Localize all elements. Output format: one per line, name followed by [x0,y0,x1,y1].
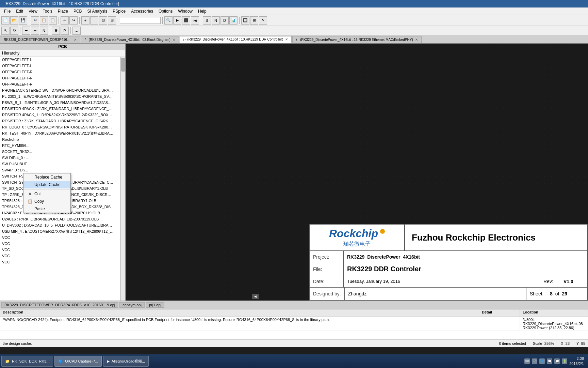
menu-window[interactable]: Window [175,8,195,14]
hier-item-2[interactable]: OFFPAGELEFT-R [0,69,116,75]
zoom-out-btn[interactable]: - [90,16,98,25]
taskbar-btn-0-label: RK_SDK_BOX_RK3... [12,359,49,363]
prop-btn[interactable]: ≡ [72,27,81,35]
nav-arrow[interactable]: ◀ [252,294,259,299]
tab-3-close[interactable]: ✕ [415,38,418,42]
hier-item-3[interactable]: OFFPAGELEFT-R [0,75,116,81]
rotate-btn[interactable]: ↻ [10,27,18,35]
new-btn[interactable]: 📄 [1,16,10,25]
snap-btn[interactable]: 🔲 [241,16,249,25]
ctx-update-cache[interactable]: Update Cache [23,181,70,188]
scrollbar-thumb[interactable] [121,58,125,72]
output-location-0: /U800L : RK3229_DiscretePower_4X16bit-08… [520,317,588,330]
hier-item-7[interactable]: PSW3_B_1 : E:\INTEL\SOFIA_3G-R\MAINBOARD… [0,99,116,106]
filter-input[interactable] [120,17,161,24]
taskbar-btn-1[interactable]: 🔷 OrCAD Capture-[/... [54,356,102,367]
taskbar-btn-2[interactable]: ▶ Allegro/Orcad视频... [103,356,149,367]
tab-2[interactable]: / - (RK3229_DiscretePower_4X16bit : 10.R… [180,36,292,43]
hier-item-14[interactable]: RTC_HYM856... [0,142,116,149]
menu-options[interactable]: Options [156,8,175,14]
hier-item-17[interactable]: SW PUSHBUT... [0,161,116,167]
menu-si-analysis[interactable]: SI Analysis [85,8,110,14]
wire-btn[interactable]: ━ [22,27,30,35]
tab-3-label: / - (RK3229_DiscretePower_4X16bit : 16.R… [296,38,413,42]
find-btn[interactable]: 🔍 [164,16,173,25]
hier-item-12[interactable]: RK_TEST_40PIN : D:\RK3288\POWER\RK818\V2… [0,130,116,136]
tab-0-close[interactable]: ✕ [74,38,77,42]
ctx-replace-cache[interactable]: Replace Cache [23,173,70,181]
ctx-cut[interactable]: ✕ Cut [23,190,70,198]
hier-item-18[interactable]: SW4P_0 : D:\... [0,167,116,173]
menu-file[interactable]: File [1,8,13,14]
hier-item-26[interactable]: U24C16 : F:\RK_LIBRARIES\ORCAD_LIB-20070… [0,216,116,222]
hier-item-29[interactable]: VCC [0,234,116,241]
menu-pcb[interactable]: PCB [71,8,85,14]
cursor-btn[interactable]: ↖ [259,16,267,25]
ctx-copy[interactable]: 📋 Copy [23,198,70,205]
zoom-all-btn[interactable]: ⊞ [108,16,116,25]
hier-item-4[interactable]: OFFPAGELEFT-R [0,81,116,87]
drc-btn[interactable]: D [220,16,229,25]
hier-item-31[interactable]: VCC [0,247,116,253]
hier-item-5[interactable]: PHONEJACK STEREO SW : D:\WORK\HCH\ORCADL… [0,87,116,93]
hier-item-32[interactable]: VCC [0,253,116,259]
hier-item-16[interactable]: SW DIP-4_0 : ... [0,155,116,161]
netlist-btn[interactable]: N [212,16,220,25]
hier-item-10[interactable]: RESISTOR : Z:\RK_STANDARD_LIBRARY\CADENC… [0,118,116,124]
date-label: Date: [310,275,344,287]
menu-place[interactable]: Place [55,8,71,14]
hier-item-28[interactable]: USB MIN_4 : E:\CUSTOMER\27XX\蓝魔\T12\T12_… [0,228,116,234]
select-btn[interactable]: ↖ [1,27,10,35]
tab-2-close[interactable]: ✕ [285,37,288,41]
bom-btn[interactable]: 📊 [229,16,238,25]
left-scrollbar[interactable] [120,57,125,301]
output-content[interactable]: *WARNING(ORCAD-2424): Footprint 'RG4316_… [0,317,588,339]
grid-btn[interactable]: ⊞ [250,16,258,25]
menu-view[interactable]: View [26,8,40,14]
menu-tools[interactable]: Tools [40,8,55,14]
redo-btn[interactable]: ↪ [69,16,78,25]
btab-1[interactable]: capsym.opj [119,302,145,308]
undo-btn[interactable]: ↩ [61,16,69,25]
ctx-paste[interactable]: Paste [23,205,70,213]
hier-item-13[interactable]: Rockchip [0,136,116,142]
stop-btn[interactable]: ⬛ [182,16,190,25]
hier-item-30[interactable]: VCC [0,241,116,247]
hier-item-33[interactable]: VCC [0,259,116,265]
tab-1-close[interactable]: ✕ [173,38,175,42]
taskbar-btn-0[interactable]: 📁 RK_SDK_BOX_RK3... [1,356,53,367]
paste-btn[interactable]: 📋 [49,16,57,25]
hier-item-1[interactable]: OFFPAGELEFT-L [0,63,116,69]
hier-item-11[interactable]: RK_LOGO_0 : C:\USERS\ADMINISTRATOR\DESKT… [0,124,116,130]
menu-edit[interactable]: Edit [13,8,26,14]
hier-item-15[interactable]: SOCKET_RK32... [0,149,116,155]
cut-btn[interactable]: ✂ [31,16,39,25]
save-btn[interactable]: 💾 [19,16,27,25]
tab-0[interactable]: RK3229_DISCRETEPOWER_DDR3P416DD6_V10_201… [0,36,80,43]
step-btn[interactable]: ⏭ [191,16,199,25]
bus-btn[interactable]: ═ [31,27,39,35]
power-btn[interactable]: P [61,27,69,35]
net-btn[interactable]: N [40,27,48,35]
zoom-fit-btn[interactable]: ⊡ [99,16,107,25]
hier-item-8[interactable]: RESISTOR 4PACK : Z:\RK_STANDARD_LIBRARY\… [0,106,116,112]
menu-help[interactable]: Help [195,8,209,14]
hier-item-9[interactable]: RESISTOR 4PACK_1 : D:\RK32XX\RK3229\V1.2… [0,112,116,118]
menu-accessories[interactable]: Accessories [128,8,156,14]
zoom-in-btn[interactable]: + [81,16,89,25]
place-part-btn[interactable]: ⊕ [52,27,60,35]
copy-btn[interactable]: 📋 [40,16,48,25]
run-btn[interactable]: ▶ [173,16,181,25]
menu-pspice[interactable]: PSpice [110,8,128,14]
tab-3[interactable]: / - (RK3229_DiscretePower_4X16bit : 16.R… [292,36,422,43]
hier-item-0[interactable]: OFFPAGELEFT-L [0,57,116,63]
tab-1[interactable]: / - (RK3229_DiscretePower_4X16bit : 03.B… [81,36,179,43]
rev-label: Rev: [540,275,560,287]
board-btn[interactable]: B [203,16,211,25]
canvas-area[interactable]: Rockchip 瑞芯微电子 Fuzhou Rockchip Electroni… [126,44,588,301]
btab-2[interactable]: prj1.opj [146,302,164,308]
hier-item-27[interactable]: U_DRV602 : D:\ORCAD_10_5_FULL\TOOLS\CAPT… [0,222,116,228]
btab-0[interactable]: RK3229_DISCRETEPOWER_DDR3P416DD6_V10_201… [1,302,118,308]
hier-item-6[interactable]: PL-2303_1 : E:\WORK\GRANITE\SVB\0630\SCH… [0,93,116,99]
open-btn[interactable]: 📂 [10,16,18,25]
